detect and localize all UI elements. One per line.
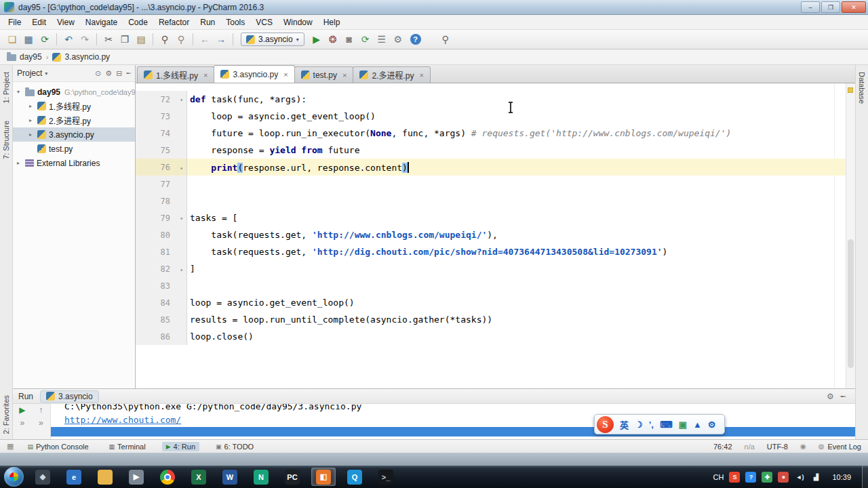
code-line[interactable]: 84loop = asyncio.get_event_loop() bbox=[136, 294, 855, 311]
code-line[interactable]: 76▴ print(response.url, response.content… bbox=[136, 159, 855, 176]
scrollbar-thumb[interactable] bbox=[848, 239, 854, 368]
undo-icon[interactable]: ↶ bbox=[60, 34, 77, 45]
close-icon[interactable]: × bbox=[203, 71, 208, 79]
collapse-all-icon[interactable]: ⊟ bbox=[116, 69, 122, 78]
ime-toolbox-icon[interactable]: ⚙ bbox=[708, 420, 716, 430]
run-icon[interactable]: ▶ bbox=[309, 34, 325, 45]
tool-strip-2-favorites[interactable]: 2: Favorites bbox=[2, 395, 10, 434]
editor-tab[interactable]: 2.多进程.py× bbox=[353, 66, 430, 83]
breadcrumb-item[interactable]: 3.asyncio.py bbox=[52, 52, 110, 62]
copy-icon[interactable]: ❐ bbox=[117, 34, 133, 45]
gutter-cell[interactable]: 79▾ bbox=[136, 209, 187, 226]
up-stack-icon[interactable]: ↑ bbox=[39, 406, 43, 414]
menu-window[interactable]: Window bbox=[278, 18, 318, 27]
close-icon[interactable]: × bbox=[283, 70, 288, 79]
code-line[interactable]: 73 loop = asyncio.get_event_loop() bbox=[136, 108, 855, 125]
tray-sogou-icon[interactable]: S bbox=[729, 472, 740, 483]
gutter-cell[interactable]: 86 bbox=[136, 328, 187, 345]
taskbar-app-4[interactable]: ▶ bbox=[124, 468, 149, 486]
taskbar-app-1[interactable]: ◆ bbox=[31, 468, 55, 486]
settings-wrench-icon[interactable]: ⚙ bbox=[390, 34, 406, 45]
fold-marker-icon[interactable]: ▴ bbox=[180, 266, 183, 272]
editor-tab[interactable]: test.py× bbox=[294, 66, 354, 83]
breadcrumb-item[interactable]: day95 bbox=[7, 52, 42, 62]
menu-tools[interactable]: Tools bbox=[220, 18, 250, 27]
editor-scrollbar[interactable] bbox=[846, 83, 855, 388]
chevron-collapsed-icon[interactable]: ▸ bbox=[29, 103, 37, 109]
tool-strip-1-project[interactable]: 1: Project bbox=[2, 72, 10, 103]
gutter-cell[interactable]: 75 bbox=[136, 142, 187, 159]
code-line[interactable]: 81 task(requests.get, 'http://dig.chouti… bbox=[136, 243, 855, 260]
run-configuration-select[interactable]: 3.asyncio▾ bbox=[241, 33, 304, 46]
ime-fullwidth-icon[interactable]: ☽ bbox=[635, 420, 643, 430]
redo-icon[interactable]: ↷ bbox=[77, 34, 93, 45]
cut-icon[interactable]: ✂ bbox=[100, 34, 117, 45]
code-line[interactable]: 85results = loop.run_until_complete(asyn… bbox=[136, 311, 855, 328]
tree-item[interactable]: test.py bbox=[13, 142, 135, 156]
back-icon[interactable]: ← bbox=[197, 34, 213, 45]
run-tab[interactable]: 3.asyncio bbox=[40, 390, 99, 403]
code-line[interactable]: 75 response = yield from future bbox=[136, 142, 855, 159]
gutter-cell[interactable]: 85 bbox=[136, 311, 187, 328]
editor-tab[interactable]: 3.asyncio.py× bbox=[214, 65, 294, 83]
sogou-logo-icon[interactable]: S bbox=[597, 416, 614, 433]
code-line[interactable]: 82▴] bbox=[136, 260, 855, 277]
menu-navigate[interactable]: Navigate bbox=[80, 18, 123, 27]
menu-help[interactable]: Help bbox=[318, 18, 346, 27]
menu-file[interactable]: File bbox=[3, 18, 26, 27]
minimize-button[interactable]: – bbox=[801, 1, 820, 13]
tree-item[interactable]: ▸External Libraries bbox=[13, 156, 135, 170]
console-line[interactable]: C:\Python35\python.exe G:/python_code/da… bbox=[64, 404, 855, 413]
project-panel-title[interactable]: Project bbox=[17, 68, 42, 78]
gutter-cell[interactable]: 84 bbox=[136, 294, 187, 311]
close-button[interactable]: ✕ bbox=[842, 1, 866, 13]
console-line[interactable] bbox=[51, 427, 855, 436]
tool-strip-7-structure[interactable]: 7: Structure bbox=[2, 121, 10, 159]
tree-item[interactable]: ▸3.asyncio.py bbox=[13, 127, 135, 142]
taskbar-app-3[interactable] bbox=[93, 468, 117, 486]
fold-marker-icon[interactable]: ▴ bbox=[180, 164, 183, 170]
gutter-cell[interactable]: 76▴ bbox=[136, 159, 187, 176]
start-button[interactable] bbox=[4, 467, 24, 487]
fold-marker-icon[interactable]: ▾ bbox=[180, 215, 183, 221]
ime-language-indicator[interactable]: CH bbox=[713, 473, 724, 481]
tray-network-icon[interactable]: ▟ bbox=[810, 472, 821, 483]
more-options-icon[interactable]: » bbox=[20, 419, 24, 427]
tree-root[interactable]: ▾day95G:\python_code\day95 bbox=[13, 85, 135, 99]
search-everywhere-icon[interactable]: ⚲ bbox=[437, 34, 454, 45]
statusbar-6-todo[interactable]: ▣6: TODO bbox=[212, 442, 258, 451]
rerun-icon[interactable]: ⟳ bbox=[357, 34, 374, 45]
save-all-icon[interactable]: ▦ bbox=[20, 34, 37, 45]
forward-icon[interactable]: → bbox=[213, 34, 229, 45]
taskbar-app-11[interactable]: Q bbox=[342, 468, 367, 486]
statusbar-python-console[interactable]: ▤Python Console bbox=[23, 442, 92, 451]
ime-skin-icon[interactable]: ▲ bbox=[693, 420, 702, 430]
tray-volume-icon[interactable]: ◄) bbox=[794, 472, 805, 483]
code-line[interactable]: 74 future = loop.run_in_executor(None, f… bbox=[136, 125, 855, 142]
tray-shield-icon[interactable]: ✚ bbox=[762, 472, 772, 483]
code-line[interactable]: 72▾def task(func, *args): bbox=[136, 91, 855, 108]
editor-tab[interactable]: 1.多线程.py× bbox=[137, 66, 214, 83]
hector-icon[interactable]: ◉ bbox=[800, 443, 806, 450]
statusbar-4-run[interactable]: ▶4: Run bbox=[162, 442, 199, 451]
more-options-icon[interactable]: » bbox=[39, 419, 43, 427]
locate-icon[interactable]: ⊙ bbox=[95, 69, 101, 78]
gutter-cell[interactable]: 74 bbox=[136, 125, 187, 142]
highlighting-level[interactable]: n/a bbox=[745, 443, 755, 451]
taskbar-app-9[interactable]: PC bbox=[280, 468, 304, 486]
code-editor[interactable]: 72▾def task(func, *args):73 loop = async… bbox=[136, 83, 855, 388]
gutter-cell[interactable]: 78 bbox=[136, 192, 187, 209]
event-log-button[interactable]: ◍ Event Log bbox=[818, 443, 861, 451]
console-output[interactable]: C:\Python35\python.exe G:/python_code/da… bbox=[51, 404, 855, 439]
close-icon[interactable]: × bbox=[342, 71, 347, 79]
tray-alert-icon[interactable]: ● bbox=[778, 472, 789, 483]
find-icon[interactable]: ⚲ bbox=[157, 34, 173, 45]
debug-icon[interactable]: ❂ bbox=[325, 34, 341, 45]
gutter-cell[interactable]: 82▴ bbox=[136, 260, 187, 277]
hide-panel-icon[interactable]: ╾ bbox=[126, 69, 131, 78]
show-desktop-button[interactable] bbox=[862, 466, 868, 488]
help-icon[interactable]: ? bbox=[410, 34, 421, 45]
gutter-cell[interactable]: 80 bbox=[136, 226, 187, 243]
inspection-status-icon[interactable] bbox=[848, 87, 853, 93]
taskbar-app-8[interactable]: N bbox=[249, 468, 273, 486]
